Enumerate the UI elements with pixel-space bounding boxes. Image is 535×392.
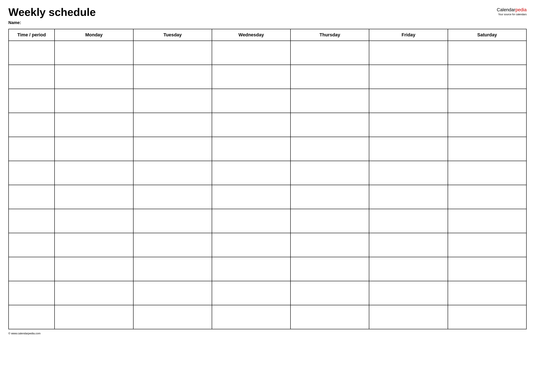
schedule-cell[interactable] — [369, 137, 448, 161]
table-row — [9, 233, 526, 257]
schedule-cell[interactable] — [290, 281, 369, 305]
schedule-cell[interactable] — [369, 185, 448, 209]
time-cell[interactable] — [9, 185, 55, 209]
schedule-cell[interactable] — [448, 257, 526, 281]
schedule-cell[interactable] — [448, 41, 526, 65]
schedule-cell[interactable] — [212, 281, 290, 305]
schedule-cell[interactable] — [212, 65, 290, 89]
schedule-cell[interactable] — [133, 89, 212, 113]
schedule-cell[interactable] — [55, 281, 133, 305]
col-header-saturday: Saturday — [448, 29, 526, 41]
schedule-cell[interactable] — [55, 257, 133, 281]
schedule-cell[interactable] — [212, 161, 290, 185]
schedule-cell[interactable] — [290, 209, 369, 233]
schedule-cell[interactable] — [369, 89, 448, 113]
schedule-cell[interactable] — [369, 209, 448, 233]
schedule-cell[interactable] — [369, 161, 448, 185]
page-wrapper: Weekly schedule Name: Calendarpedia Your… — [8, 6, 527, 335]
schedule-cell[interactable] — [133, 161, 212, 185]
col-header-tuesday: Tuesday — [133, 29, 212, 41]
schedule-cell[interactable] — [55, 305, 133, 329]
schedule-cell[interactable] — [55, 161, 133, 185]
schedule-cell[interactable] — [369, 113, 448, 137]
schedule-cell[interactable] — [133, 281, 212, 305]
schedule-cell[interactable] — [448, 65, 526, 89]
col-header-time: Time / period — [9, 29, 55, 41]
schedule-cell[interactable] — [448, 209, 526, 233]
schedule-cell[interactable] — [212, 185, 290, 209]
schedule-cell[interactable] — [448, 89, 526, 113]
schedule-cell[interactable] — [212, 305, 290, 329]
schedule-cell[interactable] — [290, 233, 369, 257]
schedule-cell[interactable] — [55, 137, 133, 161]
schedule-cell[interactable] — [290, 305, 369, 329]
time-cell[interactable] — [9, 137, 55, 161]
schedule-cell[interactable] — [212, 137, 290, 161]
schedule-cell[interactable] — [290, 65, 369, 89]
schedule-cell[interactable] — [212, 233, 290, 257]
time-cell[interactable] — [9, 161, 55, 185]
schedule-cell[interactable] — [290, 257, 369, 281]
schedule-cell[interactable] — [133, 65, 212, 89]
time-cell[interactable] — [9, 41, 55, 65]
schedule-cell[interactable] — [369, 257, 448, 281]
schedule-cell[interactable] — [55, 185, 133, 209]
schedule-cell[interactable] — [448, 185, 526, 209]
time-cell[interactable] — [9, 89, 55, 113]
schedule-cell[interactable] — [55, 41, 133, 65]
schedule-cell[interactable] — [369, 65, 448, 89]
table-row — [9, 137, 526, 161]
schedule-cell[interactable] — [448, 305, 526, 329]
schedule-cell[interactable] — [133, 257, 212, 281]
schedule-cell[interactable] — [448, 137, 526, 161]
schedule-cell[interactable] — [55, 89, 133, 113]
table-row — [9, 65, 526, 89]
schedule-cell[interactable] — [133, 41, 212, 65]
time-cell[interactable] — [9, 257, 55, 281]
schedule-cell[interactable] — [290, 161, 369, 185]
schedule-cell[interactable] — [55, 233, 133, 257]
schedule-cell[interactable] — [448, 233, 526, 257]
logo-pedia-text: pedia — [515, 7, 527, 12]
schedule-cell[interactable] — [133, 209, 212, 233]
schedule-cell[interactable] — [290, 113, 369, 137]
schedule-cell[interactable] — [133, 185, 212, 209]
schedule-cell[interactable] — [55, 65, 133, 89]
logo-calendar-text: Calendar — [497, 7, 515, 12]
schedule-cell[interactable] — [55, 209, 133, 233]
schedule-cell[interactable] — [290, 41, 369, 65]
schedule-cell[interactable] — [133, 137, 212, 161]
time-cell[interactable] — [9, 305, 55, 329]
schedule-cell[interactable] — [290, 137, 369, 161]
schedule-cell[interactable] — [55, 113, 133, 137]
col-header-monday: Monday — [55, 29, 133, 41]
schedule-cell[interactable] — [212, 113, 290, 137]
schedule-cell[interactable] — [448, 281, 526, 305]
schedule-cell[interactable] — [369, 281, 448, 305]
time-cell[interactable] — [9, 65, 55, 89]
page-title: Weekly schedule — [8, 6, 497, 18]
schedule-cell[interactable] — [212, 89, 290, 113]
time-cell[interactable] — [9, 209, 55, 233]
schedule-cell[interactable] — [133, 233, 212, 257]
schedule-container: Time / period Monday Tuesday Wednesday T… — [8, 29, 527, 329]
schedule-cell[interactable] — [133, 305, 212, 329]
schedule-cell[interactable] — [369, 41, 448, 65]
schedule-cell[interactable] — [212, 209, 290, 233]
schedule-cell[interactable] — [290, 89, 369, 113]
schedule-cell[interactable] — [448, 113, 526, 137]
logo-section: Calendarpedia Your source for calendars — [497, 6, 527, 16]
schedule-cell[interactable] — [369, 233, 448, 257]
time-cell[interactable] — [9, 113, 55, 137]
schedule-cell[interactable] — [212, 257, 290, 281]
schedule-cell[interactable] — [212, 41, 290, 65]
time-cell[interactable] — [9, 281, 55, 305]
table-row — [9, 185, 526, 209]
schedule-cell[interactable] — [448, 161, 526, 185]
schedule-cell[interactable] — [369, 305, 448, 329]
time-cell[interactable] — [9, 233, 55, 257]
schedule-cell[interactable] — [133, 113, 212, 137]
table-row — [9, 89, 526, 113]
table-row — [9, 305, 526, 329]
schedule-cell[interactable] — [290, 185, 369, 209]
